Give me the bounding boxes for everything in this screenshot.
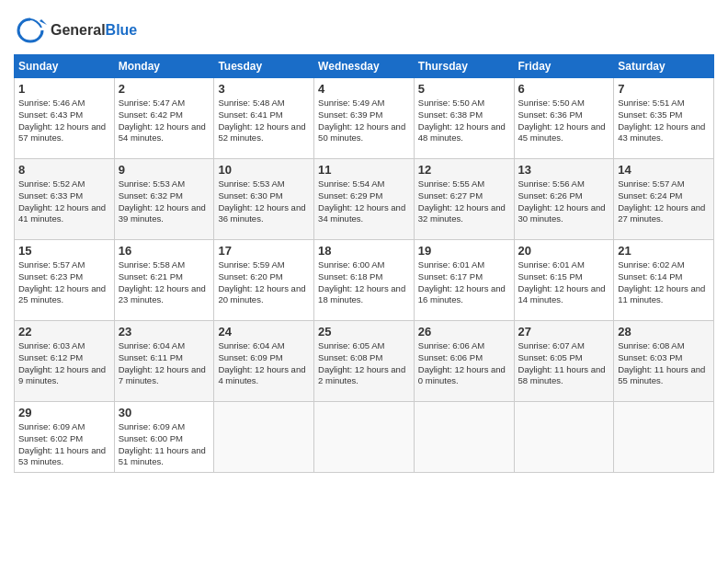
daylight: Daylight: 11 hours and 51 minutes. <box>119 445 206 467</box>
day-info: Sunrise: 6:04 AM Sunset: 6:11 PM Dayligh… <box>119 340 210 387</box>
sunset: Sunset: 6:05 PM <box>518 352 583 362</box>
daylight: Daylight: 12 hours and 7 minutes. <box>119 364 206 386</box>
calendar-cell: 26 Sunrise: 6:06 AM Sunset: 6:06 PM Dayl… <box>414 321 514 402</box>
sunset: Sunset: 6:32 PM <box>119 190 183 201</box>
day-info: Sunrise: 5:53 AM Sunset: 6:30 PM Dayligh… <box>218 178 310 225</box>
sunset: Sunset: 6:08 PM <box>318 352 382 362</box>
sunset: Sunset: 6:17 PM <box>418 271 483 282</box>
calendar-cell: 18 Sunrise: 6:00 AM Sunset: 6:18 PM Dayl… <box>314 240 415 321</box>
sunrise: Sunrise: 5:53 AM <box>119 178 185 189</box>
sunset: Sunset: 6:02 PM <box>18 433 83 443</box>
day-number: 8 <box>18 163 110 177</box>
header-row: Sunday Monday Tuesday Wednesday Thursday… <box>15 55 714 78</box>
day-info: Sunrise: 6:09 AM Sunset: 6:02 PM Dayligh… <box>18 421 110 468</box>
day-info: Sunrise: 5:56 AM Sunset: 6:26 PM Dayligh… <box>518 178 610 225</box>
sunrise: Sunrise: 5:49 AM <box>318 98 384 108</box>
logo: GeneralBlue <box>14 14 137 47</box>
day-info: Sunrise: 5:51 AM Sunset: 6:35 PM Dayligh… <box>618 98 710 144</box>
day-number: 19 <box>418 244 510 258</box>
calendar-cell: 20 Sunrise: 6:01 AM Sunset: 6:15 PM Dayl… <box>514 240 614 321</box>
sunrise: Sunrise: 5:46 AM <box>18 98 85 108</box>
day-info: Sunrise: 6:04 AM Sunset: 6:09 PM Dayligh… <box>218 340 310 387</box>
sunset: Sunset: 6:00 PM <box>119 433 183 443</box>
sunrise: Sunrise: 6:05 AM <box>318 340 384 350</box>
week-row-3: 15 Sunrise: 5:57 AM Sunset: 6:23 PM Dayl… <box>15 240 714 321</box>
day-info: Sunrise: 6:00 AM Sunset: 6:18 PM Dayligh… <box>318 259 410 306</box>
daylight: Daylight: 12 hours and 36 minutes. <box>218 202 305 224</box>
day-info: Sunrise: 5:53 AM Sunset: 6:32 PM Dayligh… <box>119 178 210 225</box>
sunrise: Sunrise: 5:53 AM <box>218 178 284 189</box>
calendar-cell: 19 Sunrise: 6:01 AM Sunset: 6:17 PM Dayl… <box>414 240 514 321</box>
daylight: Daylight: 12 hours and 25 minutes. <box>18 283 106 305</box>
day-number: 28 <box>618 325 710 339</box>
header: GeneralBlue <box>14 14 714 47</box>
calendar-cell: 30 Sunrise: 6:09 AM Sunset: 6:00 PM Dayl… <box>114 402 214 473</box>
daylight: Daylight: 12 hours and 23 minutes. <box>119 283 206 305</box>
calendar-cell: 23 Sunrise: 6:04 AM Sunset: 6:11 PM Dayl… <box>114 321 214 402</box>
calendar-cell <box>514 402 614 473</box>
sunrise: Sunrise: 5:51 AM <box>618 98 684 108</box>
sunrise: Sunrise: 6:01 AM <box>518 259 585 270</box>
day-number: 7 <box>618 82 710 96</box>
calendar-cell: 12 Sunrise: 5:55 AM Sunset: 6:27 PM Dayl… <box>414 159 514 240</box>
day-info: Sunrise: 5:55 AM Sunset: 6:27 PM Dayligh… <box>418 178 510 225</box>
day-info: Sunrise: 6:01 AM Sunset: 6:15 PM Dayligh… <box>518 259 610 306</box>
sunrise: Sunrise: 6:04 AM <box>119 340 185 350</box>
calendar-cell: 9 Sunrise: 5:53 AM Sunset: 6:32 PM Dayli… <box>114 159 214 240</box>
calendar-cell <box>414 402 514 473</box>
sunrise: Sunrise: 5:50 AM <box>418 98 484 108</box>
sunset: Sunset: 6:06 PM <box>418 352 483 362</box>
day-info: Sunrise: 6:03 AM Sunset: 6:12 PM Dayligh… <box>18 340 110 387</box>
day-info: Sunrise: 5:59 AM Sunset: 6:20 PM Dayligh… <box>218 259 310 306</box>
day-number: 23 <box>119 325 210 339</box>
calendar-cell: 17 Sunrise: 5:59 AM Sunset: 6:20 PM Dayl… <box>214 240 314 321</box>
day-info: Sunrise: 5:47 AM Sunset: 6:42 PM Dayligh… <box>119 98 210 144</box>
daylight: Daylight: 12 hours and 43 minutes. <box>618 121 705 144</box>
day-info: Sunrise: 6:02 AM Sunset: 6:14 PM Dayligh… <box>618 259 710 306</box>
calendar-cell: 7 Sunrise: 5:51 AM Sunset: 6:35 PM Dayli… <box>614 78 714 159</box>
day-number: 11 <box>318 163 410 177</box>
sunrise: Sunrise: 5:50 AM <box>518 98 585 108</box>
sunset: Sunset: 6:11 PM <box>119 352 183 362</box>
calendar-cell: 5 Sunrise: 5:50 AM Sunset: 6:38 PM Dayli… <box>414 78 514 159</box>
calendar-cell: 4 Sunrise: 5:49 AM Sunset: 6:39 PM Dayli… <box>314 78 415 159</box>
day-number: 18 <box>318 244 410 258</box>
day-number: 30 <box>119 406 210 419</box>
sunrise: Sunrise: 5:59 AM <box>218 259 284 270</box>
sunrise: Sunrise: 6:04 AM <box>218 340 284 350</box>
calendar-cell: 8 Sunrise: 5:52 AM Sunset: 6:33 PM Dayli… <box>15 159 115 240</box>
week-row-2: 8 Sunrise: 5:52 AM Sunset: 6:33 PM Dayli… <box>15 159 714 240</box>
col-saturday: Saturday <box>614 55 714 78</box>
sunset: Sunset: 6:09 PM <box>218 352 282 362</box>
calendar-cell: 16 Sunrise: 5:58 AM Sunset: 6:21 PM Dayl… <box>114 240 214 321</box>
sunrise: Sunrise: 6:00 AM <box>318 259 384 270</box>
daylight: Daylight: 12 hours and 11 minutes. <box>618 283 705 305</box>
daylight: Daylight: 12 hours and 18 minutes. <box>318 283 405 305</box>
logo-icon <box>14 14 47 47</box>
day-number: 13 <box>518 163 610 177</box>
sunset: Sunset: 6:24 PM <box>618 190 682 201</box>
calendar-cell: 2 Sunrise: 5:47 AM Sunset: 6:42 PM Dayli… <box>114 78 214 159</box>
week-row-5: 29 Sunrise: 6:09 AM Sunset: 6:02 PM Dayl… <box>15 402 714 473</box>
day-number: 17 <box>218 244 310 258</box>
sunset: Sunset: 6:33 PM <box>18 190 83 201</box>
day-number: 16 <box>119 244 210 258</box>
sunrise: Sunrise: 6:01 AM <box>418 259 484 270</box>
sunset: Sunset: 6:21 PM <box>119 271 183 282</box>
day-info: Sunrise: 6:06 AM Sunset: 6:06 PM Dayligh… <box>418 340 510 387</box>
day-info: Sunrise: 6:01 AM Sunset: 6:17 PM Dayligh… <box>418 259 510 306</box>
sunrise: Sunrise: 5:58 AM <box>119 259 185 270</box>
daylight: Daylight: 12 hours and 27 minutes. <box>618 202 705 224</box>
calendar-cell: 1 Sunrise: 5:46 AM Sunset: 6:43 PM Dayli… <box>15 78 115 159</box>
sunset: Sunset: 6:42 PM <box>119 109 183 120</box>
sunset: Sunset: 6:20 PM <box>218 271 282 282</box>
col-sunday: Sunday <box>15 55 115 78</box>
day-info: Sunrise: 6:09 AM Sunset: 6:00 PM Dayligh… <box>119 421 210 468</box>
sunrise: Sunrise: 5:57 AM <box>18 259 85 270</box>
sunset: Sunset: 6:43 PM <box>18 109 83 120</box>
daylight: Daylight: 12 hours and 45 minutes. <box>518 121 606 144</box>
sunset: Sunset: 6:39 PM <box>318 109 382 120</box>
daylight: Daylight: 12 hours and 41 minutes. <box>18 202 106 224</box>
day-info: Sunrise: 5:46 AM Sunset: 6:43 PM Dayligh… <box>18 98 110 144</box>
day-info: Sunrise: 5:50 AM Sunset: 6:38 PM Dayligh… <box>418 98 510 144</box>
